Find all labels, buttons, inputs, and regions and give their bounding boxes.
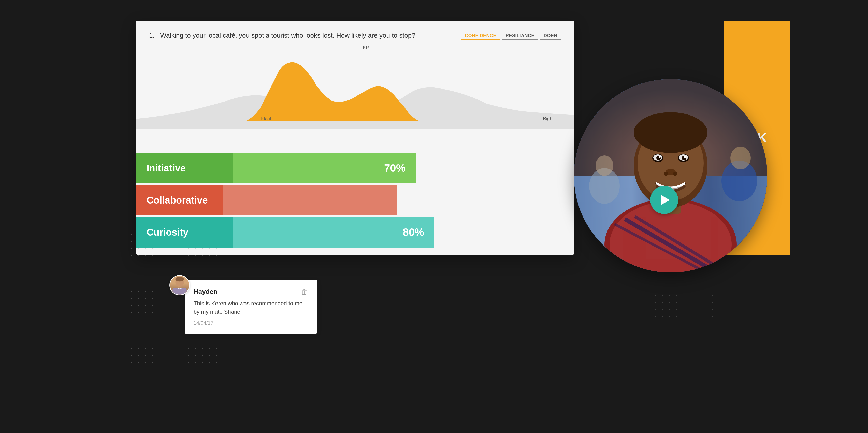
svg-point-27 [731, 147, 751, 169]
svg-point-12 [634, 112, 708, 153]
question-area: 1. Walking to your local café, you spot … [136, 21, 574, 40]
svg-point-1 [175, 277, 184, 282]
question-text: 1. Walking to your local café, you spot … [149, 31, 461, 40]
question-body: Walking to your local café, you spot a t… [160, 32, 415, 39]
bar-initiative-fill: 70% [233, 153, 416, 183]
comment-header: Hayden 🗑 [194, 288, 308, 296]
bar-collaborative-label-block: Collaborative [136, 185, 223, 215]
tag-group: CONFIDENCE RESILIANCE DOER [461, 32, 561, 40]
comment-date: 14/04/17 [194, 320, 213, 326]
tag-confidence[interactable]: CONFIDENCE [461, 32, 500, 40]
bar-collaborative-fill [223, 185, 397, 215]
scene: 1. Walking to your local café, you spot … [78, 13, 790, 420]
right-label: Right [543, 116, 554, 121]
comment-body: This is Keren who was recommended to me … [194, 299, 308, 316]
comment-author: Hayden [194, 288, 218, 296]
chart-area: KP Ideal Right [136, 42, 574, 129]
svg-point-20 [684, 156, 686, 158]
avatar-svg [170, 275, 189, 296]
bar-curiosity-label-block: Curiosity [136, 217, 233, 248]
play-icon [661, 195, 670, 205]
ideal-label: Ideal [261, 116, 271, 121]
avatar-small [169, 275, 190, 296]
bar-initiative-label: Initiative [147, 163, 186, 174]
bar-curiosity: Curiosity 80% [136, 217, 434, 248]
bar-initiative-label-block: Initiative [136, 153, 233, 183]
circle-photo [574, 79, 767, 273]
kp-label: KP [363, 45, 369, 50]
bar-initiative-percent: 70% [384, 162, 405, 174]
person-bg [574, 79, 767, 273]
play-button[interactable] [650, 186, 678, 214]
svg-point-22 [664, 172, 668, 176]
tag-resiliance[interactable]: RESILIANCE [502, 32, 538, 40]
bar-curiosity-fill: 80% [233, 217, 434, 248]
svg-point-19 [659, 156, 661, 158]
bar-initiative: Initiative 70% [136, 153, 416, 183]
svg-point-25 [595, 155, 613, 176]
orange-curve [245, 62, 420, 122]
comment-card: Hayden 🗑 This is Keren who was recommend… [185, 280, 317, 334]
tag-doer[interactable]: DOER [540, 32, 561, 40]
bar-collaborative: Collaborative [136, 185, 397, 215]
bars-section: Initiative 70% Collaborative Curiosity 8… [136, 153, 447, 249]
chart-svg [136, 42, 574, 129]
avatar-person-bg [170, 276, 189, 295]
bar-collaborative-label: Collaborative [147, 195, 208, 206]
person-portrait-svg [574, 79, 767, 273]
question-number: 1. [149, 32, 155, 39]
bar-curiosity-percent: 80% [403, 226, 424, 238]
trash-icon[interactable]: 🗑 [301, 288, 308, 296]
bar-curiosity-label: Curiosity [147, 227, 188, 238]
svg-point-23 [673, 172, 677, 176]
